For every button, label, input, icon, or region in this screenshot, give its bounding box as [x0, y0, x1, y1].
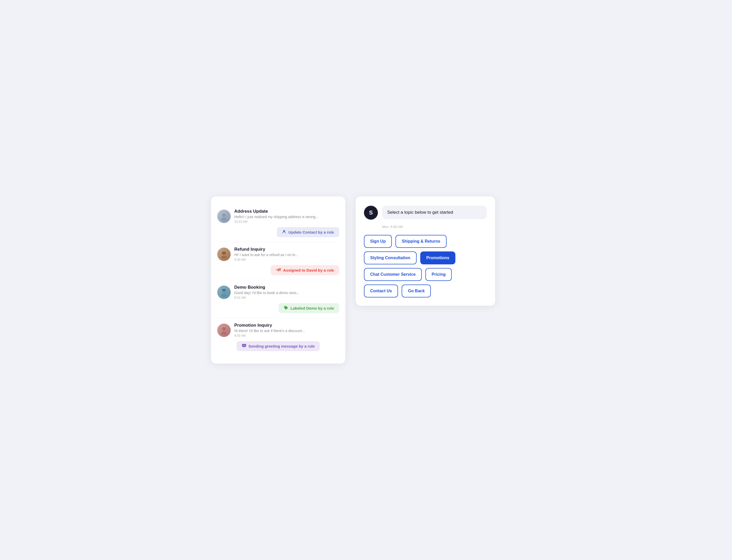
- svg-point-15: [244, 345, 244, 346]
- svg-point-4: [221, 256, 227, 259]
- conv-header: Refund Inquiry Hi! I want to ask for a r…: [217, 247, 339, 262]
- conversations-panel: Address Update Hello!! I just realised m…: [211, 196, 345, 364]
- conv-time: 9:30 AM: [234, 258, 339, 262]
- conv-preview: Hello!! I just realised my shipping addr…: [234, 215, 339, 219]
- svg-point-10: [285, 306, 286, 307]
- bot-header: S Select a topic below to get started: [364, 206, 487, 220]
- avatar: [217, 324, 231, 337]
- svg-point-0: [222, 213, 226, 217]
- svg-point-6: [279, 268, 281, 270]
- conv-info: Demo Booking Good day! I'd like to book …: [234, 285, 339, 300]
- tag-icon: [284, 306, 289, 311]
- svg-rect-5: [222, 252, 226, 254]
- badge-text: Sending greeting message by a rule: [249, 344, 315, 348]
- conversation-demo-booking[interactable]: Demo Booking Good day! I'd like to book …: [217, 280, 339, 318]
- bot-panel: S Select a topic below to get started Mo…: [356, 196, 495, 306]
- conv-title: Refund Inquiry: [234, 247, 339, 252]
- conv-info: Refund Inquiry Hi! I want to ask for a r…: [234, 247, 339, 262]
- avatar: [217, 248, 231, 261]
- conv-title: Address Update: [234, 209, 339, 214]
- avatar: [217, 210, 231, 223]
- conv-header: Demo Booking Good day! I'd like to book …: [217, 285, 339, 300]
- svg-point-2: [283, 230, 285, 232]
- rule-badge-label-demo: Labeled Demo by a rule: [279, 303, 339, 313]
- topic-shipping-returns[interactable]: Shipping & Returns: [395, 235, 446, 248]
- topic-go-back[interactable]: Go Back: [401, 285, 431, 297]
- topic-promotions[interactable]: Promotions: [420, 251, 456, 264]
- conversation-promotion-inquiry[interactable]: Promotion Inquiry Hi there! I'd like to …: [217, 318, 339, 356]
- badge-text: Assigned to David by a rule: [283, 268, 334, 272]
- bot-avatar: S: [364, 206, 378, 220]
- conv-time: 8:41 AM: [234, 296, 339, 300]
- conv-time: 10:23 AM: [234, 220, 339, 224]
- topic-row-4: Contact Us Go Back: [364, 285, 487, 297]
- conv-preview: Hi! I want to ask for a refund as I no l…: [234, 253, 339, 257]
- conv-time: 9:00 AM: [234, 334, 339, 337]
- conv-title: Demo Booking: [234, 285, 339, 290]
- conv-info: Address Update Hello!! I just realised m…: [234, 209, 339, 224]
- bot-timestamp: Mon, 9:30 AM: [382, 225, 487, 229]
- bot-message-bubble: Select a topic below to get started: [382, 206, 487, 219]
- svg-point-8: [221, 294, 227, 297]
- rule-badge-greeting: Sending greeting message by a rule: [237, 341, 320, 351]
- chat-icon: [242, 344, 247, 349]
- conv-header: Promotion Inquiry Hi there! I'd like to …: [217, 323, 339, 337]
- svg-point-16: [245, 345, 245, 346]
- svg-point-14: [243, 345, 243, 346]
- avatar: [217, 286, 231, 299]
- svg-point-12: [221, 332, 227, 335]
- conv-title: Promotion Inquiry: [234, 323, 339, 328]
- topic-sign-up[interactable]: Sign Up: [364, 235, 392, 248]
- conv-info: Promotion Inquiry Hi there! I'd like to …: [234, 323, 339, 337]
- topic-row-3: Chat Customer Service Pricing: [364, 268, 487, 281]
- main-container: Address Update Hello!! I just realised m…: [211, 196, 521, 364]
- topic-chat-customer-service[interactable]: Chat Customer Service: [364, 268, 422, 281]
- user-icon: [282, 230, 286, 235]
- svg-rect-9: [222, 289, 226, 290]
- topic-pricing[interactable]: Pricing: [425, 268, 452, 281]
- rule-badge-update-contact: Update Contact by a rule: [277, 227, 339, 237]
- badge-text: Update Contact by a rule: [288, 230, 334, 234]
- rule-badge-assign-david: Assigned to David by a rule: [271, 265, 339, 275]
- conv-preview: Good day! I'd like to book a demo sess..…: [234, 291, 339, 295]
- conversation-address-update[interactable]: Address Update Hello!! I just realised m…: [217, 204, 339, 242]
- topic-row-1: Sign Up Shipping & Returns: [364, 235, 487, 248]
- topic-grid: Sign Up Shipping & Returns Styling Consu…: [364, 235, 487, 297]
- conv-header: Address Update Hello!! I just realised m…: [217, 209, 339, 224]
- conversation-refund-inquiry[interactable]: Refund Inquiry Hi! I want to ask for a r…: [217, 242, 339, 280]
- conv-preview: Hi there! I'd like to ask if there's a d…: [234, 329, 339, 333]
- svg-point-11: [222, 327, 226, 331]
- topic-contact-us[interactable]: Contact Us: [364, 285, 398, 297]
- topic-row-2: Styling Consultation Promotions: [364, 251, 487, 264]
- topic-styling-consultation[interactable]: Styling Consultation: [364, 251, 416, 264]
- badge-text: Labeled Demo by a rule: [291, 306, 334, 310]
- svg-point-1: [221, 218, 227, 221]
- arrow-user-icon: [276, 268, 281, 273]
